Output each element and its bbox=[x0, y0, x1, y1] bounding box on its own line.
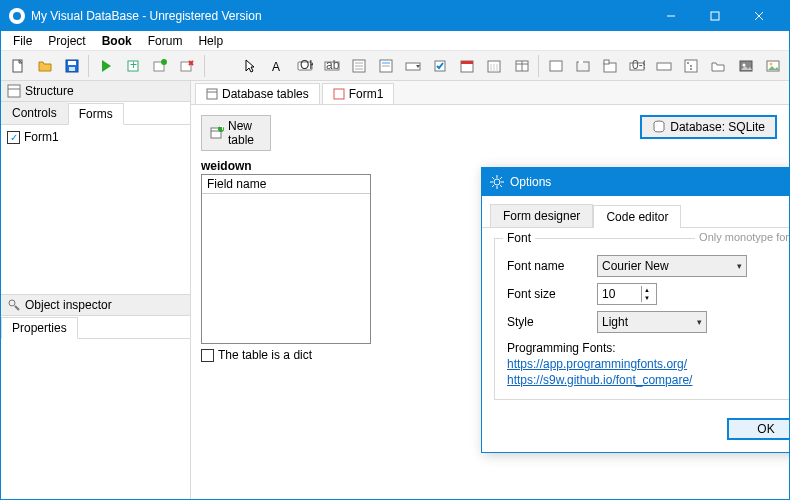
structure-header: Structure bbox=[1, 81, 190, 102]
tabcontrol-icon[interactable] bbox=[597, 53, 622, 79]
svg-point-49 bbox=[690, 65, 692, 67]
close-button[interactable] bbox=[737, 1, 781, 31]
treeview-icon[interactable] bbox=[679, 53, 704, 79]
script-delete-icon[interactable] bbox=[175, 53, 200, 79]
calendar-icon[interactable] bbox=[482, 53, 507, 79]
left-panel: Structure Controls Forms ✓ Form1 Object … bbox=[1, 81, 191, 499]
tab-code-editor[interactable]: Code editor bbox=[593, 205, 681, 228]
svg-text:abl: abl bbox=[326, 58, 340, 72]
group-label: Font bbox=[503, 231, 535, 245]
tree-item-label: Form1 bbox=[24, 130, 59, 144]
tab-forms[interactable]: Forms bbox=[68, 103, 124, 125]
svg-rect-61 bbox=[334, 89, 344, 99]
groupbox-icon[interactable] bbox=[570, 53, 595, 79]
svg-rect-39 bbox=[550, 61, 562, 71]
spinner-icon[interactable]: ▲▼ bbox=[641, 286, 652, 302]
svg-rect-55 bbox=[8, 85, 20, 97]
tree-item-form1[interactable]: ✓ Form1 bbox=[7, 129, 184, 145]
link-fontcompare[interactable]: https://s9w.github.io/font_compare/ bbox=[507, 373, 790, 387]
panel-icon[interactable] bbox=[543, 53, 568, 79]
structure-icon bbox=[7, 84, 21, 98]
checkbox-icon[interactable] bbox=[428, 53, 453, 79]
svg-text:OK: OK bbox=[300, 58, 313, 72]
text-icon[interactable]: A bbox=[265, 53, 290, 79]
tab-controls[interactable]: Controls bbox=[1, 102, 68, 124]
menubar: File Project Book Forum Help bbox=[1, 31, 789, 51]
link-programmingfonts[interactable]: https://app.programmingfonts.org/ bbox=[507, 357, 790, 371]
input2-icon[interactable] bbox=[652, 53, 677, 79]
menu-file[interactable]: File bbox=[5, 32, 40, 50]
open-folder-icon[interactable] bbox=[32, 53, 57, 79]
svg-line-72 bbox=[492, 177, 494, 179]
font-name-label: Font name bbox=[507, 259, 597, 273]
script-add-icon[interactable]: + bbox=[120, 53, 145, 79]
svg-point-48 bbox=[687, 62, 689, 64]
gear-icon bbox=[490, 175, 504, 189]
new-table-button[interactable]: + New table bbox=[201, 115, 271, 151]
svg-rect-46 bbox=[657, 63, 671, 70]
font-name-select[interactable]: Courier New ▾ bbox=[597, 255, 747, 277]
textbox-icon[interactable]: abl bbox=[319, 53, 344, 79]
field-grid-header: Field name bbox=[202, 175, 370, 194]
dict-checkbox[interactable] bbox=[201, 349, 214, 362]
run-icon[interactable] bbox=[93, 53, 118, 79]
svg-point-12 bbox=[161, 59, 167, 65]
tab-form1[interactable]: Form1 bbox=[322, 83, 395, 104]
menu-help[interactable]: Help bbox=[190, 32, 231, 50]
datepicker-icon[interactable] bbox=[455, 53, 480, 79]
svg-rect-59 bbox=[207, 89, 217, 99]
button-ok-icon[interactable]: OK bbox=[292, 53, 317, 79]
app-icon bbox=[9, 8, 25, 24]
svg-rect-8 bbox=[69, 67, 75, 71]
ok-button[interactable]: OK bbox=[727, 418, 790, 440]
memo-icon[interactable] bbox=[346, 53, 371, 79]
database-icon bbox=[652, 120, 666, 134]
save-icon[interactable] bbox=[59, 53, 84, 79]
dialog-titlebar[interactable]: Options ✕ bbox=[482, 168, 790, 196]
font-size-stepper[interactable]: 10 ▲▼ bbox=[597, 283, 657, 305]
style-select[interactable]: Light ▾ bbox=[597, 311, 707, 333]
database-button[interactable]: Database: SQLite bbox=[640, 115, 777, 139]
folder-icon[interactable] bbox=[706, 53, 731, 79]
inspector-header: Object inspector bbox=[1, 295, 190, 316]
menu-forum[interactable]: Forum bbox=[140, 32, 191, 50]
maximize-button[interactable] bbox=[693, 1, 737, 31]
font-group: Font Only monotype fonts Font name Couri… bbox=[494, 238, 790, 400]
pointer-icon[interactable] bbox=[238, 53, 263, 79]
new-file-icon[interactable] bbox=[5, 53, 30, 79]
structure-label: Structure bbox=[25, 84, 74, 98]
svg-text:0-9: 0-9 bbox=[632, 58, 645, 72]
monotype-hint: Only monotype fonts bbox=[695, 231, 790, 243]
checkbox-icon[interactable]: ✓ bbox=[7, 131, 20, 144]
combobox-icon[interactable] bbox=[400, 53, 425, 79]
right-area: Database tables Form1 + New table weidow… bbox=[191, 81, 789, 499]
svg-text:+: + bbox=[130, 58, 137, 72]
svg-rect-31 bbox=[461, 61, 473, 64]
svg-text:+: + bbox=[219, 126, 224, 134]
chevron-down-icon: ▾ bbox=[737, 261, 742, 271]
field-grid[interactable]: Field name bbox=[201, 174, 371, 344]
properties-grid[interactable] bbox=[1, 339, 190, 499]
script-play-icon[interactable] bbox=[148, 53, 173, 79]
links-heading: Programming Fonts: bbox=[507, 341, 790, 355]
image-icon[interactable] bbox=[733, 53, 758, 79]
grid-icon[interactable] bbox=[509, 53, 534, 79]
tab-database-tables[interactable]: Database tables bbox=[195, 83, 320, 104]
counter-icon[interactable]: 0-9 bbox=[624, 53, 649, 79]
inspector-icon bbox=[7, 298, 21, 312]
dict-label: The table is a dict bbox=[218, 348, 312, 362]
minimize-button[interactable] bbox=[649, 1, 693, 31]
richtext-icon[interactable] bbox=[373, 53, 398, 79]
svg-line-73 bbox=[500, 185, 502, 187]
forms-tree: ✓ Form1 bbox=[1, 125, 190, 294]
tab-form-designer[interactable]: Form designer bbox=[490, 204, 593, 227]
menu-project[interactable]: Project bbox=[40, 32, 93, 50]
tab-properties[interactable]: Properties bbox=[1, 317, 78, 339]
titlebar: My Visual DataBase - Unregistered Versio… bbox=[1, 1, 789, 31]
picture-icon[interactable] bbox=[760, 53, 785, 79]
svg-line-75 bbox=[492, 185, 494, 187]
left-tabs: Controls Forms bbox=[1, 102, 190, 125]
document-tabs: Database tables Form1 bbox=[191, 81, 789, 105]
svg-text:A: A bbox=[272, 60, 280, 74]
menu-book[interactable]: Book bbox=[94, 32, 140, 50]
